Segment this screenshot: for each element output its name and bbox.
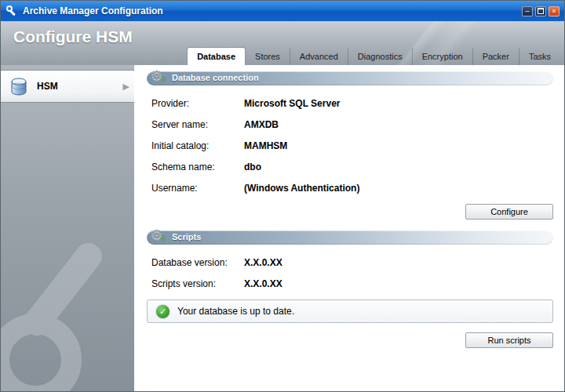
field-row-provider: Provider: Microsoft SQL Server — [151, 98, 553, 109]
field-row-scripts-version: Scripts version: X.X.0.XX — [151, 278, 553, 289]
window-controls: – × — [522, 6, 560, 16]
gear-small-icon: ⚙ — [160, 76, 166, 83]
field-row-schema-name: Schema name: dbo — [151, 162, 553, 172]
field-label: Initial catalog: — [151, 140, 244, 151]
field-value: (Windows Authentication) — [244, 183, 359, 194]
run-scripts-button-row: Run scripts — [147, 332, 553, 348]
sidebar: HSM ▶ — [1, 65, 134, 391]
gear-small-icon: ⚙ — [160, 235, 166, 242]
field-value: dbo — [244, 162, 261, 172]
tab-bar: Database Stores Advanced Diagnostics Enc… — [187, 48, 560, 65]
wrench-watermark-icon — [1, 211, 134, 391]
field-label: Scripts version: — [151, 278, 244, 289]
chevron-right-icon: ▶ — [123, 82, 129, 92]
database-icon — [7, 74, 31, 98]
tab-advanced[interactable]: Advanced — [290, 48, 348, 65]
run-scripts-button[interactable]: Run scripts — [465, 332, 553, 348]
tab-encryption[interactable]: Encryption — [413, 48, 473, 65]
page-title: Configure HSM — [13, 27, 133, 46]
header-band: Configure HSM Database Stores Advanced D… — [1, 21, 564, 65]
section-header-database-connection: ⚙ ⚙ Database connection — [147, 71, 553, 85]
app-window: Archive Manager Configuration – × Config… — [0, 0, 565, 392]
field-value: AMXDB — [244, 119, 279, 130]
field-label: Provider: — [151, 98, 244, 109]
maximize-icon — [538, 8, 544, 14]
section-title: Scripts — [172, 232, 201, 241]
section-title: Database connection — [172, 73, 259, 82]
field-label: Username: — [151, 183, 244, 194]
tab-packer[interactable]: Packer — [473, 48, 519, 65]
field-row-username: Username: (Windows Authentication) — [151, 183, 553, 194]
field-row-database-version: Database version: X.X.0.XX — [151, 257, 553, 268]
field-row-server-name: Server name: AMXDB — [151, 119, 553, 130]
field-value: Microsoft SQL Server — [244, 98, 340, 109]
field-value: X.X.0.XX — [244, 257, 282, 268]
sidebar-item-hsm[interactable]: HSM ▶ — [1, 70, 134, 103]
field-value: X.X.0.XX — [244, 278, 282, 289]
tab-database[interactable]: Database — [187, 47, 246, 65]
tab-tasks[interactable]: Tasks — [519, 48, 560, 65]
close-button[interactable]: × — [549, 6, 560, 16]
wrench-icon — [5, 5, 18, 17]
window-title: Archive Manager Configuration — [23, 5, 522, 16]
field-label: Server name: — [151, 119, 244, 130]
check-icon: ✓ — [155, 304, 170, 319]
field-label: Database version: — [151, 257, 244, 268]
field-value: MAMHSM — [244, 140, 287, 151]
sidebar-item-label: HSM — [37, 81, 117, 92]
tab-stores[interactable]: Stores — [246, 48, 290, 65]
field-label: Schema name: — [151, 162, 244, 172]
configure-button-row: Configure — [147, 204, 553, 220]
main-content: ⚙ ⚙ Database connection Provider: Micros… — [134, 65, 564, 391]
close-icon: × — [552, 8, 556, 15]
section-header-scripts: ⚙ ⚙ Scripts — [147, 230, 553, 245]
configure-button[interactable]: Configure — [465, 204, 553, 220]
status-text: Your database is up to date. — [177, 306, 294, 317]
title-bar: Archive Manager Configuration – × — [1, 1, 564, 21]
minimize-icon: – — [525, 8, 529, 15]
field-row-initial-catalog: Initial catalog: MAMHSM — [151, 140, 553, 151]
status-box: ✓ Your database is up to date. — [147, 299, 553, 323]
minimize-button[interactable]: – — [522, 6, 533, 16]
tab-diagnostics[interactable]: Diagnostics — [348, 48, 413, 65]
maximize-button[interactable] — [535, 6, 546, 16]
